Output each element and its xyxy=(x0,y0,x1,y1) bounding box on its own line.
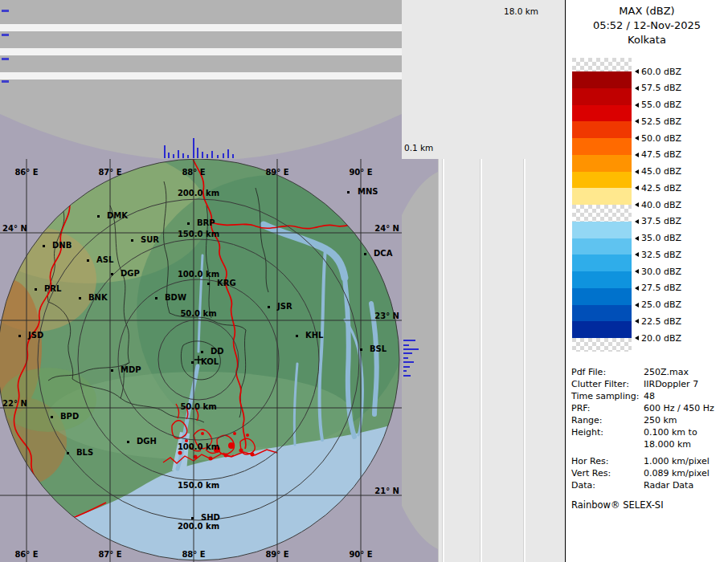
info-value: IIRDoppler 7 xyxy=(644,378,727,390)
city-marker xyxy=(296,335,298,337)
tick-arrow-icon xyxy=(635,219,639,224)
info-value: 600 Hz / 450 Hz xyxy=(644,402,727,414)
dbz-scale-label: 27.5 dBZ xyxy=(641,283,681,293)
city-marker xyxy=(111,273,113,275)
dbz-color-block xyxy=(572,305,632,322)
latitude-label: 22° N xyxy=(2,399,27,408)
dbz-color-block xyxy=(572,88,632,105)
longitude-label: 86° E xyxy=(14,168,38,177)
legend-title: MAX (dBZ) 05:52 / 12-Nov-2025 Kolkata xyxy=(566,4,728,47)
info-row: Vert Res:0.089 km/pixel xyxy=(571,467,727,479)
radar-echo-mark xyxy=(223,153,224,158)
height-grid-line xyxy=(442,159,444,562)
ring-distance-label: 200.0 km xyxy=(178,189,219,198)
radar-echo-mark xyxy=(403,370,407,372)
dbz-scale-entry: 47.5 dBZ xyxy=(635,149,681,161)
city-marker xyxy=(201,351,203,353)
top-cross-section-panel xyxy=(0,0,402,159)
city-marker xyxy=(347,191,350,193)
dbz-scale-entry: 40.0 dBZ xyxy=(635,199,681,210)
info-value: 250 km xyxy=(644,414,727,426)
city-label: MNS xyxy=(358,187,378,196)
longitude-label: 88° E xyxy=(182,550,205,559)
station-name: Kolkata xyxy=(566,33,728,47)
city-marker xyxy=(187,222,190,225)
dbz-color-block xyxy=(572,188,632,205)
radar-echo-mark xyxy=(164,145,166,158)
info-key: Time sampling: xyxy=(571,390,644,402)
longitude-label: 87° E xyxy=(98,550,121,559)
info-key: Clutter Filter: xyxy=(571,378,644,390)
ring-distance-label: 50.0 km xyxy=(180,402,216,411)
height-axis-min-label: 0.1 km xyxy=(404,143,433,153)
radar-echo-mark xyxy=(182,153,184,158)
city-label: SHD xyxy=(201,513,220,522)
info-row: Time sampling:48 xyxy=(571,390,727,402)
ring-distance-label: 200.0 km xyxy=(178,522,219,531)
tick-arrow-icon xyxy=(635,286,639,291)
radar-echo-mark xyxy=(232,154,234,158)
coastal-island-blob xyxy=(209,457,213,461)
height-axis-max-label: 18.0 km xyxy=(504,6,538,16)
city-marker xyxy=(97,215,100,218)
dbz-scale-label: 57.5 dBZ xyxy=(641,83,681,93)
panel-divider xyxy=(438,159,439,562)
tick-arrow-icon xyxy=(635,153,639,157)
city-label: KRG xyxy=(217,279,236,287)
coastal-island-blob xyxy=(201,432,204,435)
radar-echo-mark xyxy=(403,375,411,377)
city-marker xyxy=(43,245,45,247)
dbz-scale-entry: 60.0 dBZ xyxy=(635,66,681,77)
info-value: 250Z.max xyxy=(644,366,727,378)
dbz-color-scale: 60.0 dBZ57.5 dBZ55.0 dBZ52.5 dBZ50.0 dBZ… xyxy=(572,58,726,363)
tick-arrow-icon xyxy=(635,169,639,174)
info-row: Clutter Filter:IIRDoppler 7 xyxy=(571,378,727,390)
tick-arrow-icon xyxy=(635,103,639,108)
dbz-color-block xyxy=(572,205,632,222)
dbz-scale-entry: 42.5 dBZ xyxy=(635,182,681,193)
city-label: JSR xyxy=(276,302,292,311)
city-label: KHL xyxy=(305,331,324,340)
city-marker xyxy=(87,259,89,262)
radar-echo-mark xyxy=(403,352,412,354)
info-key: Data: xyxy=(571,479,644,491)
city-label: BRP xyxy=(197,218,215,227)
radar-echo-mark xyxy=(178,150,179,158)
city-label: PRL xyxy=(44,284,62,293)
dbz-scale-entry: 27.5 dBZ xyxy=(635,283,681,294)
city-label: DCA xyxy=(374,249,393,258)
radar-display-window: 200.0 km150.0 km100.0 km50.0 km50.0 km10… xyxy=(0,0,728,562)
info-value: 1.000 km/pixel xyxy=(644,455,727,467)
dbz-scale-entry: 25.0 dBZ xyxy=(635,299,681,311)
coastal-island-blob xyxy=(233,432,236,435)
info-value: 48 xyxy=(644,390,727,402)
ring-distance-label: 150.0 km xyxy=(178,230,219,238)
dbz-color-block xyxy=(572,71,632,88)
longitude-label: 89° E xyxy=(265,550,288,559)
city-label: BSL xyxy=(370,344,387,353)
city-marker xyxy=(35,288,37,291)
longitude-label: 90° E xyxy=(349,550,372,559)
city-label: KOL xyxy=(201,357,219,366)
dbz-scale-entry: 50.0 dBZ xyxy=(635,132,681,144)
dbz-scale-label: 42.5 dBZ xyxy=(641,183,681,193)
coastal-island-blob xyxy=(228,442,235,449)
city-marker xyxy=(67,452,69,454)
dbz-color-block xyxy=(572,238,632,255)
city-label: DNB xyxy=(52,241,72,250)
info-row: Range:250 km xyxy=(571,414,727,426)
latitude-label: 24° N xyxy=(374,224,399,233)
radar-echo-mark xyxy=(211,151,213,158)
city-marker xyxy=(364,253,366,255)
radar-echo-mark xyxy=(403,357,408,359)
radar-echo-mark xyxy=(187,155,189,158)
info-key: PRF: xyxy=(571,402,644,414)
dbz-scale-label: 32.5 dBZ xyxy=(641,250,681,260)
dbz-color-block xyxy=(572,172,632,189)
dbz-color-block xyxy=(572,222,632,238)
info-key: Pdf File: xyxy=(571,366,644,378)
city-label: BDW xyxy=(165,293,186,302)
city-marker xyxy=(131,239,133,242)
city-label: DD xyxy=(211,347,224,356)
city-marker xyxy=(207,283,210,285)
